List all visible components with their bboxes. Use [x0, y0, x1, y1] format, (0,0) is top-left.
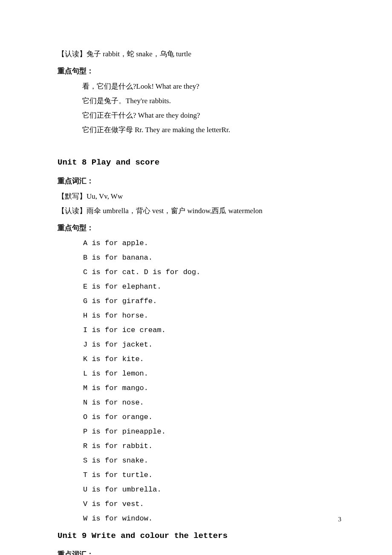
abc-line: T is for turtle.	[58, 468, 343, 483]
section-label-sentence-pattern-u8: 重点句型：	[58, 221, 343, 235]
abc-line: O is for orange.	[58, 410, 343, 425]
page-number: 3	[338, 513, 342, 526]
abc-line: B is for banana.	[58, 251, 343, 265]
abc-line: L is for lemon.	[58, 367, 343, 381]
abc-line: S is for snake.	[58, 454, 343, 468]
unit-8-heading: Unit 8 Play and score	[58, 154, 343, 171]
abc-line: A is for apple.	[58, 236, 343, 251]
sentence-line: 看，它们是什么?Look! What are they?	[58, 79, 343, 94]
abc-line: E is for elephant.	[58, 280, 343, 294]
abc-line: P is for pineapple.	[58, 425, 343, 439]
section-label-vocab-u8: 重点词汇：	[58, 174, 343, 188]
abc-line: W is for window.	[58, 512, 343, 526]
abc-line: U is for umbrella.	[58, 483, 343, 497]
abc-line: C is for cat. D is for dog.	[58, 265, 343, 280]
unit-9-heading: Unit 9 Write and colour the letters	[58, 528, 343, 544]
abc-line: K is for kite.	[58, 352, 343, 367]
sentence-line: 它们正在干什么? What are they doing?	[58, 108, 343, 123]
abc-line: J is for jacket.	[58, 338, 343, 352]
text-line-moxie-u8: 【默写】Uu, Vv, Ww	[58, 189, 343, 204]
abc-line: R is for rabbit.	[58, 439, 343, 454]
sentence-line: 它们正在做字母 Rr. They are making the letterRr…	[58, 123, 343, 137]
text-line-rendu-animals: 【认读】兔子 rabbit，蛇 snake，乌龟 turtle	[58, 47, 343, 61]
text-line-rendu-u8: 【认读】雨伞 umbrella，背心 vest，窗户 window,西瓜 wat…	[58, 204, 343, 218]
abc-line: I is for ice cream.	[58, 323, 343, 338]
abc-line: G is for giraffe.	[58, 294, 343, 309]
sentence-line: 它们是兔子。They're rabbits.	[58, 94, 343, 108]
abc-line: H is for horse.	[58, 309, 343, 323]
section-label-sentence-pattern-1: 重点句型：	[58, 64, 343, 78]
abc-line: N is for nose.	[58, 396, 343, 410]
abc-line: M is for mango.	[58, 381, 343, 396]
abc-line: V is for vest.	[58, 497, 343, 512]
section-label-vocab-u9: 重点词汇：	[58, 547, 343, 555]
